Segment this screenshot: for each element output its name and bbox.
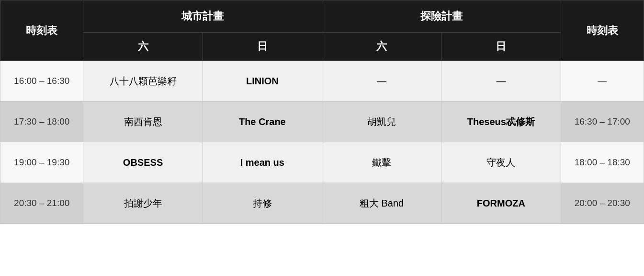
city-sun-3: 持修 — [203, 183, 322, 224]
city-sat-0: 八十八顆芭樂籽 — [83, 61, 203, 102]
explore-plan-header: 探險計畫 — [322, 0, 561, 33]
city-sat-3: 拍謝少年 — [83, 183, 203, 224]
time-right-2: 18:00 – 18:30 — [561, 142, 644, 183]
explore-sat-2: 鐵擊 — [322, 142, 441, 183]
schedule-row-1: 17:30 – 18:00南西肯恩The Crane胡凱兒Theseus忒修斯1… — [0, 102, 644, 142]
explore-sat-3: 粗大 Band — [322, 183, 441, 224]
time-label-right: 時刻表 — [561, 0, 644, 61]
time-right-3: 20:00 – 20:30 — [561, 183, 644, 224]
city-plan-header: 城市計畫 — [83, 0, 322, 33]
time-label-left: 時刻表 — [0, 0, 83, 61]
city-sun-header: 日 — [203, 33, 322, 61]
schedule-row-0: 16:00 – 16:30八十八顆芭樂籽LINION——— — [0, 61, 644, 102]
schedule-row-3: 20:30 – 21:00拍謝少年持修粗大 BandFORMOZA20:00 –… — [0, 183, 644, 224]
explore-sun-3: FORMOZA — [441, 183, 561, 224]
city-sat-header: 六 — [83, 33, 203, 61]
city-sat-2: OBSESS — [83, 142, 203, 183]
city-sat-1: 南西肯恩 — [83, 102, 203, 142]
city-sun-2: I mean us — [203, 142, 322, 183]
explore-sun-2: 守夜人 — [441, 142, 561, 183]
header-row-2: 六 日 六 日 — [0, 33, 644, 61]
explore-sat-0: — — [322, 61, 441, 102]
time-left-0: 16:00 – 16:30 — [0, 61, 83, 102]
explore-sun-header: 日 — [441, 33, 561, 61]
schedule-row-2: 19:00 – 19:30OBSESSI mean us鐵擊守夜人18:00 –… — [0, 142, 644, 183]
city-sun-1: The Crane — [203, 102, 322, 142]
city-sun-0: LINION — [203, 61, 322, 102]
time-left-1: 17:30 – 18:00 — [0, 102, 83, 142]
schedule-table: 時刻表 城市計畫 探險計畫 時刻表 六 日 六 日 16:00 – 16:30八… — [0, 0, 644, 224]
explore-sat-header: 六 — [322, 33, 441, 61]
time-right-0: — — [561, 61, 644, 102]
explore-sun-1: Theseus忒修斯 — [441, 102, 561, 142]
time-left-2: 19:00 – 19:30 — [0, 142, 83, 183]
time-left-3: 20:30 – 21:00 — [0, 183, 83, 224]
explore-sat-1: 胡凱兒 — [322, 102, 441, 142]
explore-sun-0: — — [441, 61, 561, 102]
time-right-1: 16:30 – 17:00 — [561, 102, 644, 142]
header-row-1: 時刻表 城市計畫 探險計畫 時刻表 — [0, 0, 644, 33]
